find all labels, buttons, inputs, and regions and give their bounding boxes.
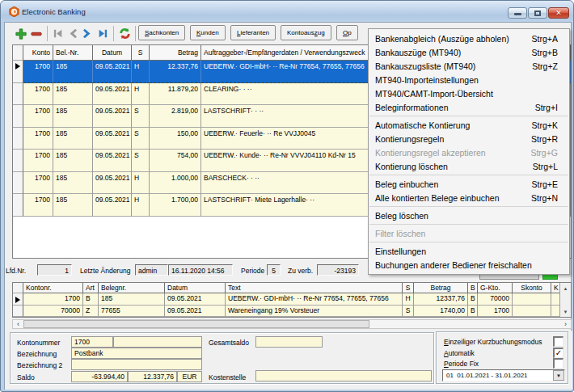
menu-item[interactable]: Beleg einbuchenStrg+E <box>369 177 569 191</box>
grid-cell[interactable]: 1.000,00 <box>150 172 201 195</box>
menu-item[interactable]: Bankauszüge (MT940)Strg+B <box>369 45 569 59</box>
grid-cell[interactable]: 1740,00 <box>414 306 468 318</box>
column-header[interactable]: S <box>132 45 150 61</box>
kostenstelle-field[interactable] <box>255 370 432 381</box>
column-header[interactable]: S <box>403 283 414 293</box>
column-header[interactable]: G-Kto. <box>478 283 513 293</box>
delete-record-icon[interactable] <box>29 27 43 40</box>
add-record-icon[interactable] <box>14 27 27 40</box>
grid-cell[interactable]: B <box>83 293 99 306</box>
menu-item[interactable]: MT940-Importeinstellungen <box>369 73 569 86</box>
grid-cell[interactable]: 09.05.2021 <box>165 293 226 306</box>
grid-cell[interactable]: H <box>132 194 150 217</box>
vertical-scrollbar[interactable]: ▲▼ <box>559 283 571 317</box>
column-header[interactable]: Belegnr. <box>99 283 165 293</box>
kontonummer-field2[interactable] <box>113 336 202 348</box>
grid-cell[interactable]: 185 <box>53 105 93 128</box>
column-header[interactable]: Art <box>83 283 99 293</box>
last-change-datetime-field[interactable]: 16.11.2020 14:56 <box>168 264 233 276</box>
grid-cell[interactable]: 1700 <box>478 306 513 318</box>
grid-cell[interactable]: 1700 <box>23 172 53 195</box>
menu-item[interactable]: Automatische KontierungStrg+K <box>369 118 569 132</box>
column-header[interactable]: Datum <box>93 45 132 61</box>
menu-item[interactable]: Beleg löschen <box>369 209 569 222</box>
scroll-down-icon[interactable]: ▼ <box>560 306 571 317</box>
menu-item[interactable]: Bankenabgleich (Auszüge abholen)Strg+A <box>369 32 569 45</box>
column-header[interactable]: Betrag <box>414 283 468 293</box>
column-header[interactable]: Konto <box>23 45 53 61</box>
grid-cell[interactable]: S <box>132 150 150 172</box>
toolbar-button-kunden[interactable]: Kunden <box>190 25 226 40</box>
bezeichnung2-field[interactable] <box>71 359 202 370</box>
grid-cell[interactable]: 1700 <box>23 293 83 306</box>
grid-cell[interactable]: 09.05.2021 <box>93 83 132 106</box>
toolbar-button-lieferanten[interactable]: Lieferanten <box>230 25 276 40</box>
grid-cell[interactable]: 1700 <box>23 194 53 217</box>
grid-cell[interactable]: 185 <box>53 150 93 172</box>
grid-cell[interactable]: 185 <box>53 194 93 217</box>
menu-item[interactable]: Alle kontierten Belege einbuchenStrg+N <box>369 191 569 204</box>
menu-item[interactable]: Kontierung löschenStrg+L <box>369 159 569 173</box>
checkbox-unchecked-0[interactable] <box>553 336 563 347</box>
grid-cell[interactable]: 185 <box>53 61 93 83</box>
toolbar-button-op[interactable]: Op <box>336 25 358 40</box>
grid-cell[interactable]: B <box>468 306 478 318</box>
grid-cell[interactable]: H <box>132 61 150 83</box>
grid-cell[interactable]: UEBERW.· GDI-mbH· ·· Re-Nr 77654, 77655,… <box>226 293 403 306</box>
menu-item[interactable]: Einstellungen <box>369 244 569 258</box>
grid-cell[interactable]: B <box>468 293 478 306</box>
grid-cell[interactable]: 1.700,00 <box>150 194 201 217</box>
horizontal-scrollbar[interactable]: ‹ › <box>12 319 572 329</box>
menu-item[interactable]: MT940/CAMT-Import-Übersicht <box>369 86 569 100</box>
grid-cell[interactable]: 09.05.2021 <box>93 172 132 195</box>
scrollbar-thumb[interactable] <box>23 320 369 328</box>
period-dropdown-icon[interactable]: ▼ <box>553 370 564 381</box>
grid-cell[interactable]: 1700 <box>23 128 53 150</box>
grid-cell[interactable]: 185 <box>53 128 93 150</box>
grid-cell[interactable]: 09.05.2021 <box>165 306 226 318</box>
grid-cell[interactable]: 09.05.2021 <box>93 194 132 217</box>
toolbar-button-kontoauszug[interactable]: Kontoauszug <box>281 25 331 40</box>
period-select[interactable]: 01 01.01.2021 - 31.01.2021▼ <box>442 369 565 381</box>
scroll-left-icon[interactable]: ‹ <box>13 320 23 328</box>
kontonummer-field[interactable]: 1700 <box>71 336 113 348</box>
grid-cell[interactable]: 150,00 <box>150 128 201 150</box>
grid-cell[interactable]: 09.05.2021 <box>93 150 132 172</box>
toolbar-button-sachkonten[interactable]: Sachkonten <box>138 25 185 40</box>
scroll-up-icon[interactable]: ▲ <box>560 283 571 293</box>
scroll-right-icon[interactable]: › <box>560 320 571 328</box>
close-button[interactable]: ✕ <box>548 7 569 19</box>
grid-cell[interactable] <box>513 306 551 318</box>
grid-cell[interactable]: 185 <box>53 83 93 106</box>
grid-cell[interactable]: 185 <box>99 293 165 306</box>
gesamtsaldo-field[interactable] <box>255 336 323 348</box>
column-header[interactable]: B <box>468 283 478 293</box>
grid-cell[interactable] <box>513 293 551 306</box>
grid-cell[interactable]: 1700 <box>23 150 53 172</box>
last-change-user-field[interactable]: admin <box>135 264 168 276</box>
lfdnr-field[interactable]: 1 <box>37 264 72 276</box>
minimize-button[interactable] <box>508 7 527 19</box>
grid-cell[interactable]: 09.05.2021 <box>93 105 132 128</box>
periode-field[interactable]: 5 <box>267 264 281 276</box>
grid-cell[interactable]: 70000 <box>478 293 513 306</box>
bezeichnung-field[interactable]: Postbank <box>71 348 202 359</box>
column-header[interactable]: Bel.-Nr. <box>53 45 93 61</box>
grid-cell[interactable]: 185 <box>53 172 93 195</box>
menu-item[interactable]: Bankauszugsliste (MT940)Strg+Z <box>369 59 569 73</box>
menu-item[interactable]: KontierungsregelnStrg+R <box>369 132 569 145</box>
grid-cell[interactable]: 1700 <box>23 61 53 83</box>
grid-cell[interactable]: 12.337,76 <box>150 61 201 83</box>
grid-cell[interactable]: 12337,76 <box>414 293 468 306</box>
next-record-icon[interactable] <box>80 27 94 40</box>
grid-cell[interactable]: 09.05.2021 <box>93 128 132 150</box>
zuverb-field[interactable]: -23193 <box>317 264 359 276</box>
column-header[interactable]: Betrag <box>150 45 201 61</box>
refresh-icon[interactable] <box>118 27 132 40</box>
maximize-button[interactable] <box>528 7 547 19</box>
last-record-icon[interactable] <box>95 27 109 40</box>
bookings-grid[interactable]: Kontonr.ArtBelegnr.DatumTextSBetragBG-Kt… <box>12 282 572 318</box>
menu-item[interactable]: Buchungen anderer Bediener freischalten <box>369 258 569 272</box>
grid-cell[interactable]: H <box>132 172 150 195</box>
grid-cell[interactable]: 11.879,20 <box>150 83 201 106</box>
